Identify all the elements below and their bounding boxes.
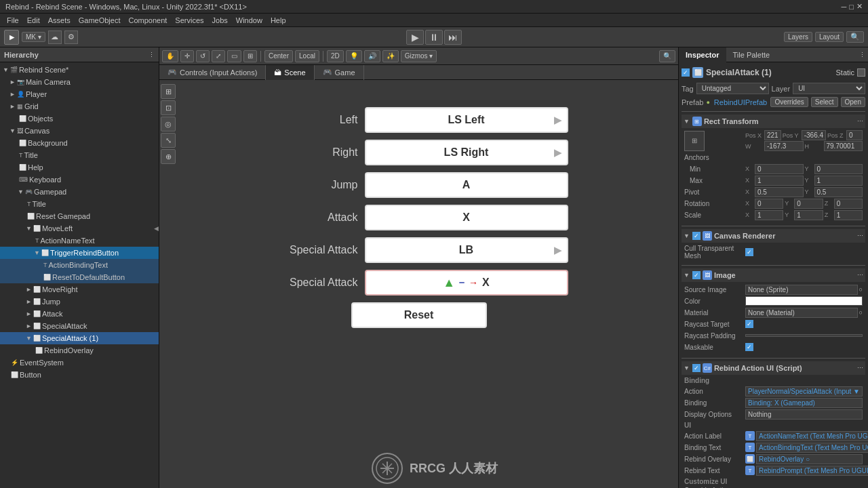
settings-btn[interactable]: ⚙ bbox=[64, 30, 78, 44]
rebind-btn-right[interactable]: LS Right ▶ bbox=[365, 140, 568, 165]
hierarchy-item-rebindoverlay[interactable]: ⬜ RebindOverlay bbox=[0, 344, 159, 357]
rebind-script-toggle[interactable]: ✓ bbox=[692, 364, 701, 372]
mk-dropdown[interactable]: MK ▾ bbox=[22, 32, 45, 42]
object-active-checkbox[interactable]: ✓ bbox=[682, 68, 690, 77]
hierarchy-item-actionnametext[interactable]: T ActionNameText bbox=[0, 235, 159, 247]
play-button[interactable]: ▶ bbox=[406, 30, 424, 45]
menu-jobs[interactable]: Jobs bbox=[208, 16, 232, 24]
hierarchy-item-title[interactable]: T Title bbox=[0, 149, 159, 161]
hierarchy-item-actionbindingtext[interactable]: T ActionBindingText bbox=[0, 259, 159, 271]
scene-tool-1[interactable]: ⊞ bbox=[161, 84, 176, 99]
pause-button[interactable]: ⏸ bbox=[425, 30, 443, 45]
search-btn[interactable]: 🔍 bbox=[846, 31, 864, 43]
action-label-value[interactable]: ActionNameText (Text Mesh Pro UGU ○ bbox=[756, 431, 868, 441]
prefab-select-btn[interactable]: Select bbox=[811, 97, 838, 107]
image-toggle[interactable]: ✓ bbox=[692, 271, 701, 279]
width[interactable]: -167.3 bbox=[764, 141, 804, 151]
layer-dropdown[interactable]: UI bbox=[793, 83, 865, 94]
tool-scale[interactable]: ⤢ bbox=[212, 50, 225, 62]
source-image-value[interactable]: None (Sprite) bbox=[745, 285, 858, 295]
hierarchy-item-attack[interactable]: ► ⬜ Attack bbox=[0, 308, 159, 320]
rotation-z[interactable]: 0 bbox=[834, 199, 863, 209]
close-btn[interactable]: ✕ bbox=[856, 2, 863, 11]
tab-scene[interactable]: 🏔 Scene bbox=[266, 65, 314, 80]
hierarchy-item-keyboard[interactable]: ⌨ Keyboard bbox=[0, 174, 159, 186]
cull-transparent-checkbox[interactable]: ✓ bbox=[745, 248, 753, 256]
cloud-btn[interactable]: ☁ bbox=[48, 30, 62, 44]
prefab-open-btn[interactable]: Open bbox=[841, 97, 865, 107]
object-name[interactable]: SpecialAttack (1) bbox=[706, 68, 833, 77]
hierarchy-item-moveleft[interactable]: ▼ ⬜ MoveLeft ◀ bbox=[0, 222, 159, 235]
binding-text-value[interactable]: ActionBindingText (Text Mesh Pro UG ○ bbox=[756, 443, 868, 453]
maskable-checkbox[interactable]: ✓ bbox=[745, 343, 753, 351]
layout-dropdown[interactable]: Layout bbox=[815, 32, 844, 42]
hierarchy-menu-btn[interactable]: ⋮ bbox=[149, 52, 155, 58]
hierarchy-item-jump[interactable]: ► ⬜ Jump bbox=[0, 296, 159, 308]
fx-btn[interactable]: ✨ bbox=[382, 50, 399, 62]
color-swatch[interactable] bbox=[745, 296, 863, 306]
tag-dropdown[interactable]: Untagged bbox=[696, 83, 769, 94]
tab-inspector[interactable]: Inspector bbox=[679, 47, 726, 62]
rect-transform-more[interactable]: ⋯ bbox=[857, 118, 863, 125]
image-more[interactable]: ⋯ bbox=[857, 272, 863, 279]
rebind-overlay-value[interactable]: RebindOverlay ○ bbox=[756, 454, 863, 464]
2d-btn[interactable]: 2D bbox=[327, 50, 344, 62]
menu-window[interactable]: Window bbox=[232, 16, 267, 24]
static-checkbox[interactable] bbox=[857, 68, 865, 77]
rebind-btn-left[interactable]: LS Left ▶ bbox=[365, 107, 568, 133]
reset-button[interactable]: Reset bbox=[351, 302, 487, 328]
height[interactable]: 79.70001 bbox=[824, 141, 863, 151]
menu-services[interactable]: Services bbox=[171, 16, 208, 24]
rebind-btn-jump[interactable]: A bbox=[365, 172, 568, 198]
hierarchy-item-gamepad[interactable]: ▼ 🎮 Gamepad bbox=[0, 186, 159, 198]
pos-y[interactable]: -366.4 bbox=[802, 130, 826, 140]
scene-tool-5[interactable]: ⊕ bbox=[161, 149, 176, 164]
menu-gameobject[interactable]: GameObject bbox=[75, 16, 125, 24]
rebind-btn-attack[interactable]: X bbox=[365, 205, 568, 230]
anchor-max-y[interactable]: 1 bbox=[814, 176, 863, 186]
canvas-renderer-toggle[interactable]: ✓ bbox=[692, 232, 701, 240]
scene-tool-2[interactable]: ⊡ bbox=[161, 100, 176, 115]
hierarchy-item-button[interactable]: ⬜ Button bbox=[0, 369, 159, 381]
image-header[interactable]: ▼ ✓ 🖼 Image ⋯ bbox=[682, 268, 865, 282]
anchor-min-x[interactable]: 0 bbox=[755, 164, 804, 174]
hierarchy-item-specialattack1[interactable]: ▼ ⬜ SpecialAttack (1) bbox=[0, 332, 159, 344]
scale-x[interactable]: 1 bbox=[755, 210, 783, 220]
anchor-max-x[interactable]: 1 bbox=[755, 176, 804, 186]
tab-controls[interactable]: 🎮 Controls (Input Actions) bbox=[159, 65, 266, 80]
rect-transform-header[interactable]: ▼ ⊞ Rect Transform ⋯ bbox=[682, 115, 865, 128]
space-dropdown[interactable]: Local bbox=[295, 50, 319, 62]
canvas-renderer-more[interactable]: ⋯ bbox=[857, 232, 863, 239]
display-options-value[interactable]: Nothing bbox=[745, 409, 863, 420]
hierarchy-item-objects[interactable]: ⬜ Objects bbox=[0, 113, 159, 125]
layers-dropdown[interactable]: Layers bbox=[784, 32, 812, 42]
audio-btn[interactable]: 🔊 bbox=[364, 50, 380, 62]
scene-tool-3[interactable]: ◎ bbox=[161, 117, 176, 131]
gizmos-dropdown[interactable]: Gizmos ▾ bbox=[401, 50, 437, 62]
raycast-padding-value[interactable] bbox=[745, 334, 863, 337]
minimize-btn[interactable]: ─ bbox=[842, 3, 847, 11]
anchor-min-y[interactable]: 0 bbox=[814, 164, 863, 174]
rebind-btn-special1[interactable]: LB ▶ bbox=[365, 237, 568, 263]
menu-file[interactable]: File bbox=[3, 16, 23, 24]
pivot-y[interactable]: 0.5 bbox=[814, 187, 863, 197]
scale-z[interactable]: 1 bbox=[834, 210, 863, 220]
rebind-text-value[interactable]: RebindPrompt (Text Mesh Pro UGUI ○ bbox=[756, 466, 868, 476]
maximize-btn[interactable]: □ bbox=[849, 3, 854, 11]
light-btn[interactable]: 💡 bbox=[346, 50, 362, 62]
pos-z[interactable]: 0 bbox=[846, 130, 863, 140]
tab-game[interactable]: 🎮 Game bbox=[315, 65, 364, 80]
rotation-x[interactable]: 0 bbox=[755, 199, 783, 209]
menu-edit[interactable]: Edit bbox=[23, 16, 44, 24]
pos-x[interactable]: 221 bbox=[764, 130, 781, 140]
tool-hand[interactable]: ✋ bbox=[162, 50, 178, 62]
tab-tile-palette[interactable]: Tile Palette bbox=[726, 47, 777, 62]
pivot-dropdown[interactable]: Center bbox=[264, 50, 293, 62]
rebind-script-more[interactable]: ⋯ bbox=[857, 365, 863, 371]
hierarchy-item-reset-gamepad[interactable]: ⬜ Reset Gamepad bbox=[0, 210, 159, 222]
hierarchy-item-main-camera[interactable]: ► 📷 Main Camera bbox=[0, 76, 159, 88]
scale-y[interactable]: 1 bbox=[794, 210, 823, 220]
search-scene[interactable]: 🔍 bbox=[659, 50, 675, 62]
material-value[interactable]: None (Material) bbox=[745, 308, 858, 318]
source-image-picker[interactable]: ○ bbox=[859, 286, 863, 293]
